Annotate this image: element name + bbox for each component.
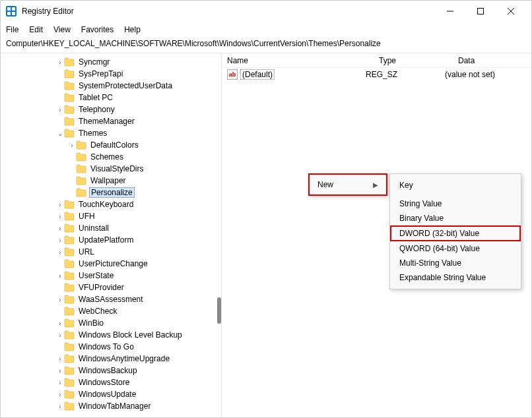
column-name[interactable]: Name bbox=[227, 56, 379, 65]
svg-rect-4 bbox=[12, 12, 15, 15]
expand-icon[interactable]: › bbox=[68, 142, 76, 149]
expand-icon[interactable]: › bbox=[56, 213, 64, 220]
tree-item[interactable]: ›TouchKeyboard bbox=[1, 198, 221, 210]
tree-item[interactable]: ›UFH bbox=[1, 210, 221, 222]
tree-item[interactable]: ›WindowsAnytimeUpgrade bbox=[1, 353, 221, 365]
tree-item[interactable]: ›WindowsStore bbox=[1, 376, 221, 388]
tree-item[interactable]: Personalize bbox=[1, 187, 221, 198]
expand-icon[interactable]: › bbox=[56, 237, 64, 244]
expand-icon[interactable]: › bbox=[56, 403, 64, 410]
tree-item[interactable]: ›WindowsUpdate bbox=[1, 388, 221, 400]
list-header: Name Type Data bbox=[222, 53, 531, 68]
expand-icon[interactable]: › bbox=[56, 296, 64, 303]
tree-item[interactable]: ›Windows Block Level Backup bbox=[1, 329, 221, 341]
menu-item-expandable-string-value[interactable]: Expandable String Value bbox=[390, 270, 521, 285]
column-data[interactable]: Data bbox=[458, 56, 531, 65]
tree-item[interactable]: ›WindowTabManager bbox=[1, 400, 221, 412]
menu-item-binary-value[interactable]: Binary Value bbox=[390, 211, 521, 225]
expand-icon[interactable]: › bbox=[56, 367, 64, 374]
tree-scrollbar-thumb[interactable] bbox=[217, 297, 221, 324]
tree-item-label: WindowTabManager bbox=[77, 402, 152, 411]
menu-file[interactable]: File bbox=[6, 25, 18, 34]
close-button[interactable] bbox=[496, 1, 526, 21]
tree-item[interactable]: ›Syncmgr bbox=[1, 56, 221, 68]
tree-item[interactable]: ›WindowsBackup bbox=[1, 365, 221, 376]
tree-item-label: UserState bbox=[77, 271, 115, 280]
value-row[interactable]: ab (Default) REG_SZ (value not set) bbox=[222, 68, 531, 81]
folder-icon bbox=[76, 188, 86, 197]
tree-item[interactable]: Tablet PC bbox=[1, 92, 221, 104]
tree-item[interactable]: ›UserState bbox=[1, 270, 221, 282]
tree-panel[interactable]: ›SyncmgrSysPrepTapiSystemProtectedUserDa… bbox=[1, 53, 222, 417]
menu-item-key[interactable]: Key bbox=[390, 178, 521, 193]
registry-tree: ›SyncmgrSysPrepTapiSystemProtectedUserDa… bbox=[1, 56, 221, 412]
menu-item-multistring-value[interactable]: Multi-String Value bbox=[390, 256, 521, 270]
expand-icon[interactable]: › bbox=[56, 249, 64, 256]
tree-item-label: WindowsBackup bbox=[77, 366, 139, 375]
expand-icon[interactable]: › bbox=[56, 379, 64, 386]
tree-item[interactable]: VisualStyleDirs bbox=[1, 163, 221, 175]
folder-icon bbox=[64, 200, 75, 209]
menu-item-dword-value[interactable]: DWORD (32-bit) Value bbox=[390, 225, 521, 241]
expand-icon[interactable]: › bbox=[56, 106, 64, 113]
value-data: (value not set) bbox=[445, 70, 531, 79]
expand-icon[interactable]: › bbox=[56, 272, 64, 280]
menu-edit[interactable]: Edit bbox=[29, 25, 43, 34]
menu-item-new[interactable]: New ▶ bbox=[310, 175, 386, 194]
expand-icon[interactable]: › bbox=[56, 225, 64, 232]
tree-item[interactable]: SystemProtectedUserData bbox=[1, 80, 221, 92]
folder-icon bbox=[64, 247, 75, 256]
context-menu-new: New ▶ bbox=[308, 173, 387, 196]
tree-item-label: UFH bbox=[77, 212, 96, 221]
menu-item-qword-value[interactable]: QWORD (64-bit) Value bbox=[390, 241, 521, 256]
maximize-button[interactable] bbox=[465, 1, 496, 21]
folder-icon bbox=[64, 69, 75, 78]
tree-item[interactable]: ›URL bbox=[1, 246, 221, 258]
tree-item-label: SysPrepTapi bbox=[77, 69, 124, 78]
tree-item[interactable]: ThemeManager bbox=[1, 115, 221, 127]
folder-icon bbox=[64, 271, 75, 280]
collapse-icon[interactable]: ⌄ bbox=[56, 130, 64, 137]
tree-item[interactable]: ›WaaSAssessment bbox=[1, 293, 221, 305]
tree-item[interactable]: Schemes bbox=[1, 151, 221, 163]
tree-item[interactable]: SysPrepTapi bbox=[1, 68, 221, 80]
menu-help[interactable]: Help bbox=[124, 25, 141, 34]
tree-item[interactable]: ›UpdatePlatform bbox=[1, 234, 221, 246]
tree-item[interactable]: Windows To Go bbox=[1, 341, 221, 353]
column-type[interactable]: Type bbox=[379, 56, 458, 65]
tree-item[interactable]: ›WinBio bbox=[1, 317, 221, 329]
tree-item[interactable]: VFUProvider bbox=[1, 282, 221, 293]
expand-icon[interactable]: › bbox=[56, 320, 64, 327]
svg-rect-2 bbox=[12, 7, 15, 11]
window-title: Registry Editor bbox=[22, 7, 435, 16]
menu-favorites[interactable]: Favorites bbox=[81, 25, 114, 34]
menu-item-string-value[interactable]: String Value bbox=[390, 196, 521, 211]
tree-item[interactable]: UserPictureChange bbox=[1, 258, 221, 270]
minimize-button[interactable] bbox=[435, 1, 465, 21]
tree-item[interactable]: ›Telephony bbox=[1, 104, 221, 115]
folder-icon bbox=[64, 259, 75, 268]
tree-item-label: WebCheck bbox=[77, 307, 118, 316]
address-bar[interactable]: Computer\HKEY_LOCAL_MACHINE\SOFTWARE\Mic… bbox=[1, 38, 531, 53]
tree-item[interactable]: ›DefaultColors bbox=[1, 139, 221, 151]
tree-item-label: Windows To Go bbox=[77, 342, 135, 351]
tree-item-label: Uninstall bbox=[77, 224, 110, 233]
svg-rect-3 bbox=[7, 12, 11, 15]
string-value-icon: ab bbox=[227, 69, 238, 80]
tree-item-label: Telephony bbox=[77, 105, 116, 114]
tree-item[interactable]: WebCheck bbox=[1, 305, 221, 317]
tree-item[interactable]: Wallpaper bbox=[1, 175, 221, 187]
expand-icon[interactable]: › bbox=[56, 391, 64, 398]
expand-icon[interactable]: › bbox=[56, 355, 64, 363]
tree-item-label: WaaSAssessment bbox=[77, 295, 145, 304]
tree-item-label: Windows Block Level Backup bbox=[77, 330, 183, 340]
expand-icon[interactable]: › bbox=[56, 332, 64, 339]
tree-item[interactable]: ⌄Themes bbox=[1, 127, 221, 139]
folder-icon bbox=[64, 105, 75, 114]
menu-view[interactable]: View bbox=[53, 25, 71, 34]
folder-icon bbox=[64, 318, 75, 328]
tree-item-label: UserPictureChange bbox=[77, 259, 149, 268]
expand-icon[interactable]: › bbox=[56, 201, 64, 208]
expand-icon[interactable]: › bbox=[56, 59, 64, 66]
tree-item[interactable]: ›Uninstall bbox=[1, 222, 221, 234]
